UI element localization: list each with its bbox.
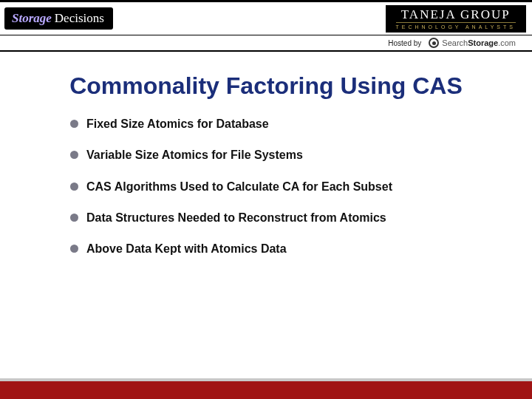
badge-word2: Decisions xyxy=(55,11,104,26)
header-bar: Storage Decisions TANEJA GROUP TECHNOLOG… xyxy=(0,0,532,35)
hosted-by-label: Hosted by xyxy=(388,39,421,47)
taneja-line2: TECHNOLOGY ANALYSTS xyxy=(396,24,516,30)
badge-word1: Storage xyxy=(12,11,52,26)
eye-icon xyxy=(429,38,439,48)
list-item: CAS Algorithms Used to Calculate CA for … xyxy=(70,179,480,195)
slide-title: Commonality Factoring Using CAS xyxy=(30,72,502,100)
list-item: Variable Size Atomics for File Systems xyxy=(70,147,480,163)
storage-decisions-badge: Storage Decisions xyxy=(4,7,113,30)
taneja-group-logo: TANEJA GROUP TECHNOLOGY ANALYSTS xyxy=(386,5,527,33)
list-item: Fixed Size Atomics for Database xyxy=(70,116,480,132)
list-item: Above Data Kept with Atomics Data xyxy=(70,241,480,257)
hosted-by-row: Hosted by SearchStorage.com xyxy=(0,35,532,52)
searchstorage-text: SearchStorage.com xyxy=(442,38,516,47)
searchstorage-logo: SearchStorage.com xyxy=(427,38,517,48)
taneja-line1: TANEJA GROUP xyxy=(396,8,516,23)
footer-red-stripe xyxy=(0,381,532,399)
bullet-list: Fixed Size Atomics for Database Variable… xyxy=(0,116,532,258)
list-item: Data Structures Needed to Reconstruct fr… xyxy=(70,210,480,226)
footer-bar xyxy=(0,378,532,399)
